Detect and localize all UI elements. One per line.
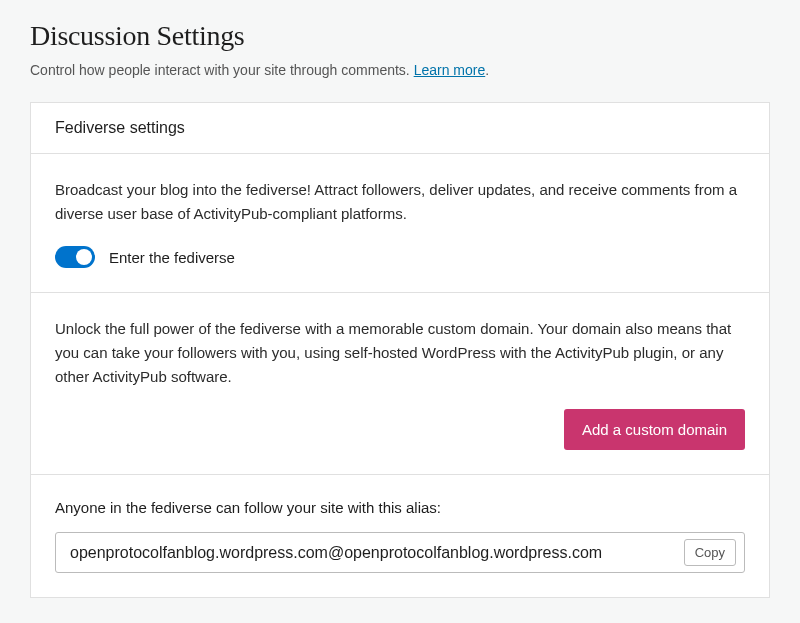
learn-more-link[interactable]: Learn more <box>414 62 486 78</box>
subtitle-period: . <box>485 62 489 78</box>
page-title: Discussion Settings <box>30 20 770 52</box>
add-custom-domain-button[interactable]: Add a custom domain <box>564 409 745 450</box>
custom-domain-section: Unlock the full power of the fediverse w… <box>31 293 769 475</box>
fediverse-intro-section: Broadcast your blog into the fediverse! … <box>31 154 769 293</box>
subtitle-text: Control how people interact with your si… <box>30 62 414 78</box>
toggle-knob <box>76 249 92 265</box>
page-subtitle: Control how people interact with your si… <box>30 62 770 78</box>
enter-fediverse-toggle[interactable] <box>55 246 95 268</box>
domain-button-row: Add a custom domain <box>55 409 745 450</box>
fediverse-toggle-row: Enter the fediverse <box>55 246 745 268</box>
card-header: Fediverse settings <box>31 103 769 154</box>
alias-input[interactable] <box>70 544 684 562</box>
alias-section: Anyone in the fediverse can follow your … <box>31 475 769 597</box>
fediverse-settings-card: Fediverse settings Broadcast your blog i… <box>30 102 770 598</box>
alias-input-wrap: Copy <box>55 532 745 573</box>
copy-button[interactable]: Copy <box>684 539 736 566</box>
enter-fediverse-label: Enter the fediverse <box>109 249 235 266</box>
custom-domain-text: Unlock the full power of the fediverse w… <box>55 317 745 389</box>
fediverse-intro-text: Broadcast your blog into the fediverse! … <box>55 178 745 226</box>
alias-label: Anyone in the fediverse can follow your … <box>55 499 745 516</box>
